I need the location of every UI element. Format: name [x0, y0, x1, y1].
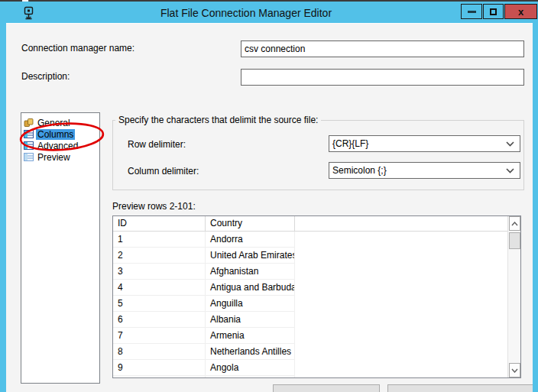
cell-country: Armenia [206, 328, 295, 344]
description-label: Description: [21, 71, 70, 82]
cell-country: Albania [206, 312, 295, 328]
table-row[interactable]: 6Albania [113, 312, 507, 328]
cell-filler [295, 328, 507, 344]
nav-item-preview[interactable]: Preview [21, 151, 99, 163]
description-input[interactable] [241, 69, 524, 86]
delimiters-group-label: Specify the characters that delimit the … [115, 115, 321, 125]
nav-item-label: Columns [36, 129, 75, 140]
scrollbar-thumb[interactable] [509, 232, 520, 249]
cell-filler [295, 232, 507, 248]
connection-manager-icon [23, 6, 34, 21]
minimize-icon [468, 11, 476, 13]
table-row[interactable]: 5Anguilla [113, 296, 507, 312]
cell-id: 2 [113, 248, 206, 264]
chevron-up-icon [511, 222, 518, 226]
column-delimiter-combo[interactable]: Semicolon {;} [329, 162, 520, 179]
window-title: Flat File Connection Manager Editor [34, 7, 459, 19]
maximize-button[interactable] [483, 4, 504, 19]
cell-country: Antigua and Barbuda [206, 280, 295, 296]
table-header-row: ID Country [113, 216, 520, 232]
delimiters-groupbox [112, 120, 524, 190]
close-icon: x [518, 6, 523, 18]
cell-filler [295, 376, 507, 377]
nav-item-advanced[interactable]: Advanced [21, 140, 99, 151]
minimize-button[interactable] [461, 4, 482, 19]
cell-country: Anguilla [206, 296, 295, 312]
columns-page-icon [24, 129, 34, 139]
cell-filler [295, 360, 507, 376]
table-row[interactable]: 2United Arab Emirates [113, 248, 507, 264]
table-row[interactable]: 4Antigua and Barbuda [113, 280, 507, 296]
cutoff-button-right[interactable] [387, 384, 534, 392]
close-button[interactable]: x [504, 4, 537, 19]
advanced-page-icon [24, 141, 34, 151]
column-header-id[interactable]: ID [113, 216, 206, 232]
connection-manager-name-input[interactable] [241, 40, 524, 57]
cell-country: Angola [206, 360, 295, 376]
nav-item-label: Advanced [36, 141, 79, 151]
table-row[interactable]: 8Netherlands Antilles [113, 344, 507, 360]
cell-filler [295, 264, 507, 280]
table-row[interactable]: 7Armenia [113, 328, 507, 344]
general-page-icon [24, 118, 34, 128]
preview-page-icon [24, 152, 34, 162]
chevron-down-icon [511, 368, 518, 373]
cell-id: 3 [113, 264, 206, 280]
table-row[interactable]: 9Angola [113, 360, 507, 376]
chevron-down-icon [506, 168, 514, 173]
nav-item-columns[interactable]: Columns [21, 128, 99, 140]
scroll-up-button[interactable] [509, 216, 520, 231]
cell-country: Andorra [206, 232, 295, 248]
table-row[interactable]: 3Afghanistan [113, 264, 507, 280]
cell-country: Afghanistan [206, 264, 295, 280]
row-delimiter-value: {CR}{LF} [329, 138, 506, 149]
pages-listbox: General Columns Advanced [21, 112, 100, 384]
cell-id: 10 [113, 376, 206, 377]
row-delimiter-combo[interactable]: {CR}{LF} [329, 135, 520, 152]
cell-filler [295, 280, 507, 296]
maximize-icon [490, 8, 497, 15]
cell-id: 7 [113, 328, 206, 344]
column-header-filler [295, 216, 520, 232]
scroll-down-button[interactable] [509, 363, 520, 377]
cell-filler [295, 248, 507, 264]
cell-id: 1 [113, 232, 206, 248]
cell-filler [295, 344, 507, 360]
cell-country: Netherlands Antilles [206, 344, 295, 360]
cell-id: 5 [113, 296, 206, 312]
cutoff-button-left[interactable] [273, 384, 380, 392]
nav-item-label: General [36, 118, 72, 128]
cell-id: 4 [113, 280, 206, 296]
chevron-down-icon [506, 141, 514, 147]
preview-table: ID Country 1Andorra2United Arab Emirates… [112, 215, 521, 378]
flat-file-connection-manager-editor-window: Flat File Connection Manager Editor x Co… [0, 0, 538, 392]
cell-filler [295, 296, 507, 312]
cell-filler [295, 312, 507, 328]
row-delimiter-label: Row delimiter: [128, 139, 186, 150]
table-row[interactable]: 10Antarctica [113, 376, 507, 377]
connection-manager-name-label: Connection manager name: [21, 43, 134, 53]
table-row[interactable]: 1Andorra [113, 232, 507, 248]
column-delimiter-label: Column delimiter: [128, 166, 199, 177]
column-delimiter-value: Semicolon {;} [329, 165, 506, 176]
titlebar[interactable]: Flat File Connection Manager Editor x [0, 2, 538, 23]
cell-id: 8 [113, 344, 206, 360]
nav-item-general[interactable]: General [21, 117, 99, 128]
cell-id: 6 [113, 312, 206, 328]
cell-id: 9 [113, 360, 206, 376]
cell-country: Antarctica [206, 376, 295, 377]
column-header-country[interactable]: Country [206, 216, 295, 232]
window-border-right-overlay [533, 23, 538, 392]
preview-rows-label: Preview rows 2-101: [112, 201, 196, 212]
preview-table-body: 1Andorra2United Arab Emirates3Afghanista… [113, 232, 507, 377]
nav-item-label: Preview [36, 152, 72, 163]
table-scrollbar[interactable] [507, 216, 520, 377]
window-border-left [0, 23, 6, 392]
cell-country: United Arab Emirates [206, 248, 295, 264]
